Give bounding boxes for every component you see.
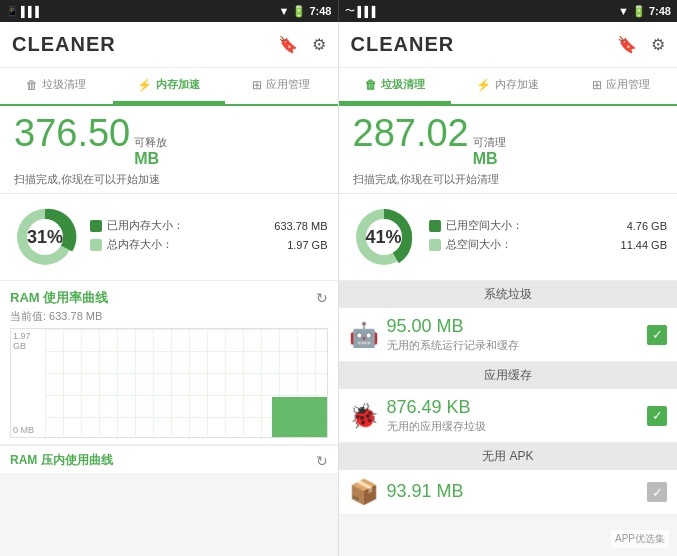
right-time: ▼ 🔋 7:48 (618, 5, 671, 18)
system-junk-size: 95.00 MB (387, 316, 640, 337)
ram-header: RAM 使用率曲线 ↻ (10, 289, 328, 307)
right-hero-main: 287.02 可清理 MB (353, 114, 664, 170)
y-max: 1.97 GB (13, 331, 43, 351)
category-app-cache: 应用缓存 (339, 362, 678, 389)
clean-item-apk: 📦 93.91 MB ✓ (339, 470, 678, 515)
left-pie-legend: 已用内存大小： 633.78 MB 总内存大小： 1.97 GB (90, 218, 328, 256)
signal2-icon: ▌▌▌ (358, 6, 379, 17)
chart-bar (272, 397, 327, 437)
left-hero-main: 376.50 可释放 MB (14, 114, 324, 170)
clean-section: 系统垃圾 🤖 95.00 MB 无用的系统运行记录和缓存 ✓ 应用缓存 🐞 87… (339, 281, 678, 556)
left-legend-total: 总内存大小： 1.97 GB (90, 237, 328, 252)
cache-size: 876.49 KB (387, 397, 640, 418)
tab-apps-left[interactable]: ⊞ 应用管理 (225, 68, 338, 104)
right-legend-total: 总空间大小： 11.44 GB (429, 237, 668, 252)
system-junk-desc: 无用的系统运行记录和缓存 (387, 338, 640, 353)
tab-memory-left[interactable]: ⚡ 内存加速 (113, 68, 226, 104)
ram-chart: 1.97 GB 0 MB (10, 328, 328, 438)
bookmark-icon[interactable]: 🔖 (278, 35, 298, 54)
clean-item-cache-body: 876.49 KB 无用的应用缓存垃圾 (387, 397, 640, 434)
junk-icon: 🗑 (26, 78, 38, 92)
apk-checkbox[interactable]: ✓ (647, 482, 667, 502)
right-hero-number: 287.02 (353, 114, 469, 152)
clean-item-system: 🤖 95.00 MB 无用的系统运行记录和缓存 ✓ (339, 308, 678, 362)
clean-item-cache: 🐞 876.49 KB 无用的应用缓存垃圾 ✓ (339, 389, 678, 443)
category-unused-apk: 无用 APK (339, 443, 678, 470)
wifi-icon: ▼ (279, 5, 290, 17)
ram-bottom: RAM 压内使用曲线 ↻ (0, 445, 338, 473)
right-hero-right: 可清理 MB (473, 135, 506, 170)
left-status-bar: 📱 ▌▌▌ ▼ 🔋 7:48 (0, 0, 339, 22)
system-junk-checkbox[interactable]: ✓ (647, 325, 667, 345)
right-bookmark-icon[interactable]: 🔖 (617, 35, 637, 54)
clean-item-apk-body: 93.91 MB (387, 481, 640, 503)
y-min: 0 MB (13, 425, 43, 435)
left-panel: CLEANER 🔖 ⚙ 🗑 垃圾清理 ⚡ 内存加速 ⊞ 应用管理 (0, 22, 339, 556)
right-settings-icon[interactable]: ⚙ (651, 35, 665, 54)
apps-icon: ⊞ (252, 78, 262, 92)
chart-y-labels: 1.97 GB 0 MB (11, 329, 45, 437)
right-panel: CLEANER 🔖 ⚙ 🗑 垃圾清理 ⚡ 内存加速 ⊞ 应用管理 (339, 22, 678, 556)
ram-refresh-icon[interactable]: ↻ (316, 290, 328, 306)
right-hero-section: 287.02 可清理 MB 扫描完成,你现在可以开始清理 (339, 106, 678, 194)
left-pie-section: 31% 已用内存大小： 633.78 MB 总内存大小： 1.97 GB (0, 194, 338, 281)
right-legend-total-color (429, 239, 441, 251)
right-pie-section: 41% 已用空间大小： 4.76 GB 总空间大小： 11.44 GB (339, 194, 678, 281)
ram-section: RAM 使用率曲线 ↻ 当前值: 633.78 MB 1.97 GB 0 MB (0, 281, 338, 445)
left-hero-unit: MB (134, 150, 167, 168)
right-app-title: CLEANER (351, 33, 455, 56)
apk-icon: 📦 (349, 478, 379, 506)
right-pie-legend: 已用空间大小： 4.76 GB 总空间大小： 11.44 GB (429, 218, 668, 256)
wave-icon: 〜 (345, 4, 355, 18)
tab-memory-right[interactable]: ⚡ 内存加速 (451, 68, 564, 104)
left-hero-subtitle: 扫描完成,你现在可以开始加速 (14, 172, 324, 187)
cache-checkbox[interactable]: ✓ (647, 406, 667, 426)
left-pie-percent: 31% (27, 227, 63, 248)
bug-icon: 🐞 (349, 402, 379, 430)
memory-icon: ⚡ (137, 78, 152, 92)
right-memory-icon: ⚡ (476, 78, 491, 92)
main-panels: CLEANER 🔖 ⚙ 🗑 垃圾清理 ⚡ 内存加速 ⊞ 应用管理 (0, 22, 677, 556)
right-status-bar: 〜 ▌▌▌ ▼ 🔋 7:48 (339, 0, 678, 22)
right-status-icons: 〜 ▌▌▌ (345, 4, 379, 18)
left-hero-right: 可释放 MB (134, 135, 167, 170)
android-icon: 🤖 (349, 321, 379, 349)
ram-title: RAM 使用率曲线 (10, 289, 108, 307)
tab-junk-left[interactable]: 🗑 垃圾清理 (0, 68, 113, 104)
left-app-header: CLEANER 🔖 ⚙ (0, 22, 338, 68)
legend-total-color (90, 239, 102, 251)
ram-bottom-title: RAM 压内使用曲线 (10, 452, 113, 469)
left-content-area: RAM 使用率曲线 ↻ 当前值: 633.78 MB 1.97 GB 0 MB (0, 281, 338, 556)
settings-icon[interactable]: ⚙ (312, 35, 326, 54)
battery2-icon: 🔋 (632, 5, 646, 18)
right-legend-used-color (429, 220, 441, 232)
right-legend-used: 已用空间大小： 4.76 GB (429, 218, 668, 233)
category-system-junk: 系统垃圾 (339, 281, 678, 308)
left-app-title: CLEANER (12, 33, 116, 56)
left-pie-chart: 31% (10, 202, 80, 272)
ram-bottom-refresh-icon[interactable]: ↻ (316, 453, 328, 469)
status-bars: 📱 ▌▌▌ ▼ 🔋 7:48 〜 ▌▌▌ ▼ 🔋 7:48 (0, 0, 677, 22)
right-pie-percent: 41% (365, 227, 401, 248)
left-hero-number: 376.50 (14, 114, 130, 152)
right-hero-label: 可清理 (473, 135, 506, 150)
chart-inner (45, 329, 327, 437)
left-hero-label: 可释放 (134, 135, 167, 150)
left-legend-used: 已用内存大小： 633.78 MB (90, 218, 328, 233)
right-junk-icon: 🗑 (365, 78, 377, 92)
tab-apps-right[interactable]: ⊞ 应用管理 (564, 68, 677, 104)
right-header-icons: 🔖 ⚙ (617, 35, 665, 54)
legend-used-color (90, 220, 102, 232)
clean-item-system-body: 95.00 MB 无用的系统运行记录和缓存 (387, 316, 640, 353)
apk-size: 93.91 MB (387, 481, 640, 502)
battery-icon: 🔋 (292, 5, 306, 18)
right-pie-chart: 41% (349, 202, 419, 272)
left-hero-section: 376.50 可释放 MB 扫描完成,你现在可以开始加速 (0, 106, 338, 194)
tab-junk-right[interactable]: 🗑 垃圾清理 (339, 68, 452, 104)
left-time: ▼ 🔋 7:48 (279, 5, 332, 18)
right-tab-bar: 🗑 垃圾清理 ⚡ 内存加速 ⊞ 应用管理 (339, 68, 678, 106)
ram-current: 当前值: 633.78 MB (10, 309, 328, 324)
right-apps-icon: ⊞ (592, 78, 602, 92)
cache-desc: 无用的应用缓存垃圾 (387, 419, 640, 434)
wifi2-icon: ▼ (618, 5, 629, 17)
